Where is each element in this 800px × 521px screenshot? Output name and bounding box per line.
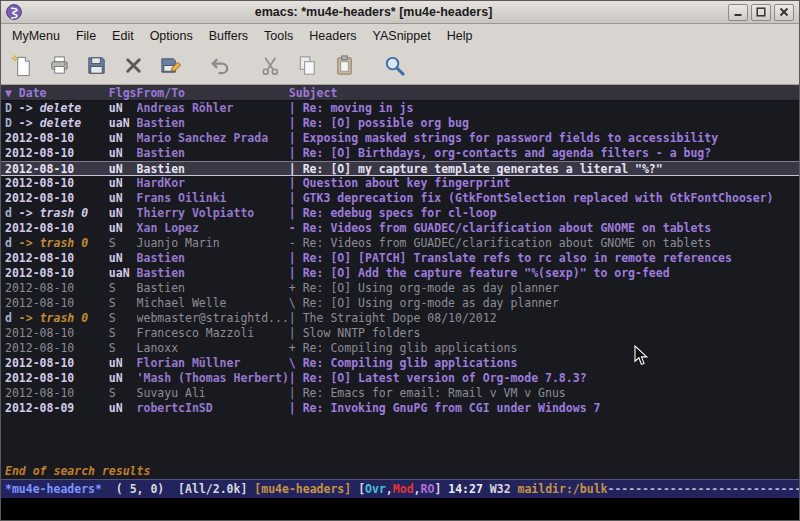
message-row[interactable]: 2012-08-10uaNBastien| Re: [O] Add the ca… — [1, 266, 799, 281]
tool-bar — [1, 47, 799, 85]
message-date: 2012-08-10 — [5, 266, 109, 281]
header-column-subject[interactable]: Subject — [289, 86, 799, 100]
modeline-segment-plain: ( 5, 0) — [102, 482, 178, 496]
message-row[interactable]: d -> trash 0uNThierry Volpiatto| Re: ede… — [1, 206, 799, 221]
message-row[interactable]: 2012-08-10uNFrans Oilinki| GTK3 deprecat… — [1, 191, 799, 206]
menu-file[interactable]: File — [68, 26, 104, 46]
message-row[interactable]: 2012-08-10uNBastien| Re: [O] Birthdays, … — [1, 146, 799, 161]
message-from: Michael Welle — [137, 296, 289, 311]
message-date: 2012-08-10 — [5, 371, 109, 386]
minimize-button[interactable] — [728, 4, 748, 21]
message-row[interactable]: 2012-08-10SLanoxx+ Re: Compiling glib ap… — [1, 341, 799, 356]
message-from: HardKor — [137, 176, 289, 191]
message-subject: | Re: [O] [PATCH] Translate refs to rc a… — [289, 251, 799, 266]
message-row[interactable]: 2012-08-10SMichael Welle\ Re: [O] Using … — [1, 296, 799, 311]
copy-button[interactable] — [294, 52, 321, 79]
message-flags: uN — [109, 401, 137, 416]
message-subject: | Re: Emacs for email: Rmail v VM v Gnus — [289, 386, 799, 401]
print-button[interactable] — [46, 52, 73, 79]
paste-icon — [333, 54, 356, 77]
header-column-from[interactable]: From/To — [137, 86, 289, 100]
minibuffer[interactable] — [1, 498, 799, 520]
message-from: Florian Müllner — [137, 356, 289, 371]
message-row[interactable]: d -> trash 0SJuanjo Marin- Re: Videos fr… — [1, 236, 799, 251]
window-title: emacs: *mu4e-headers* [mu4e-headers] — [22, 5, 725, 19]
search-button[interactable] — [381, 52, 408, 79]
message-flags: uN — [109, 191, 137, 206]
modeline-segment-bufname: *mu4e-headers* — [5, 482, 102, 496]
menu-mymenu[interactable]: MyMenu — [4, 26, 68, 46]
message-flags: uN — [109, 356, 137, 371]
message-flags: S — [109, 311, 137, 326]
message-row[interactable]: D -> deleteuaNBastien| Re: [O] possible … — [1, 116, 799, 131]
message-row[interactable]: 2012-08-10uNFlorian Müllner\ Re: Compili… — [1, 356, 799, 371]
new-file-button[interactable] — [9, 52, 36, 79]
message-date: D -> delete — [5, 101, 109, 116]
message-subject: + Re: Compiling glib applications — [289, 341, 799, 356]
message-flags: uN — [109, 101, 137, 116]
undo-button[interactable] — [207, 52, 234, 79]
cut-button[interactable] — [257, 52, 284, 79]
message-subject: | GTK3 deprecation fix (GtkFontSelection… — [289, 191, 799, 206]
save-button[interactable] — [83, 52, 110, 79]
message-subject: + Re: [O] Using org-mode as day planner — [289, 281, 799, 296]
menu-edit[interactable]: Edit — [104, 26, 142, 46]
modeline-segment-ovr: Ovr — [365, 482, 386, 496]
message-row[interactable]: 2012-08-10uNBastien| Re: [O] my capture … — [1, 161, 799, 176]
message-row[interactable]: 2012-08-10uNHardKor| Question about key … — [1, 176, 799, 191]
message-row[interactable]: 2012-08-10uNXan Lopez- Re: Videos from G… — [1, 221, 799, 236]
new-file-icon — [11, 54, 34, 77]
message-from: Thierry Volpiatto — [137, 206, 289, 221]
menu-help[interactable]: Help — [439, 26, 481, 46]
message-flags: S — [109, 236, 137, 251]
message-date: 2012-08-09 — [5, 401, 109, 416]
message-subject: | The Straight Dope 08/10/2012 — [289, 311, 799, 326]
minimize-icon — [733, 7, 743, 17]
menu-options[interactable]: Options — [142, 26, 201, 46]
message-subject: \ Re: [O] Using org-mode as day planner — [289, 296, 799, 311]
message-date: d -> trash 0 — [5, 206, 109, 221]
message-from: Mario Sanchez Prada — [137, 131, 289, 146]
message-flags: uN — [109, 131, 137, 146]
message-row[interactable]: 2012-08-10SSuvayu Ali| Re: Emacs for ema… — [1, 386, 799, 401]
message-from: 'Mash (Thomas Herbert) — [137, 371, 289, 386]
message-from: robertcInSD — [137, 401, 289, 416]
message-row[interactable]: 2012-08-10SBastien+ Re: [O] Using org-mo… — [1, 281, 799, 296]
close-icon — [779, 7, 789, 17]
header-column-date[interactable]: ▼ Date — [5, 86, 109, 100]
menu-buffers[interactable]: Buffers — [201, 26, 256, 46]
maximize-button[interactable] — [751, 4, 771, 21]
message-row[interactable]: 2012-08-09uNrobertcInSD| Re: Invoking Gn… — [1, 401, 799, 416]
close-buffer-button[interactable] — [120, 52, 147, 79]
maximize-icon — [756, 7, 766, 17]
paste-button[interactable] — [331, 52, 358, 79]
message-row[interactable]: 2012-08-10uN'Mash (Thomas Herbert)| Re: … — [1, 371, 799, 386]
menu-tools[interactable]: Tools — [256, 26, 301, 46]
message-flags: S — [109, 386, 137, 401]
header-column-flags[interactable]: Flgs — [109, 86, 137, 100]
message-subject: | Re: edebug specs for cl-loop — [289, 206, 799, 221]
message-date: 2012-08-10 — [5, 341, 109, 356]
message-subject: | Re: [O] my capture template generates … — [289, 162, 799, 175]
message-flags: uN — [109, 146, 137, 161]
menu-headers[interactable]: Headers — [301, 26, 364, 46]
save-as-button[interactable] — [157, 52, 184, 79]
message-row[interactable]: 2012-08-10SFrancesco Mazzoli| Slow NNTP … — [1, 326, 799, 341]
message-row[interactable]: 2012-08-10uNMario Sanchez Prada| Exposin… — [1, 131, 799, 146]
message-date: 2012-08-10 — [5, 191, 109, 206]
message-row[interactable]: D -> deleteuNAndreas Röhler| Re: moving … — [1, 101, 799, 116]
message-flags: uN — [109, 206, 137, 221]
message-date: 2012-08-10 — [5, 281, 109, 296]
message-date: 2012-08-10 — [5, 176, 109, 191]
message-date: 2012-08-10 — [5, 162, 109, 175]
message-subject: | Exposing masked strings for password f… — [289, 131, 799, 146]
message-row[interactable]: 2012-08-10uNBastien| Re: [O] [PATCH] Tra… — [1, 251, 799, 266]
message-subject: | Question about key fingerprint — [289, 176, 799, 191]
message-subject: | Re: [O] Birthdays, org-contacts and ag… — [289, 146, 799, 161]
message-from: Lanoxx — [137, 341, 289, 356]
message-row[interactable]: d -> trash 0Swebmaster@straightd...| The… — [1, 311, 799, 326]
message-from: Bastien — [137, 162, 289, 175]
menu-yasnippet[interactable]: YASnippet — [365, 26, 439, 46]
close-buffer-icon — [122, 54, 145, 77]
close-button[interactable] — [774, 4, 794, 21]
